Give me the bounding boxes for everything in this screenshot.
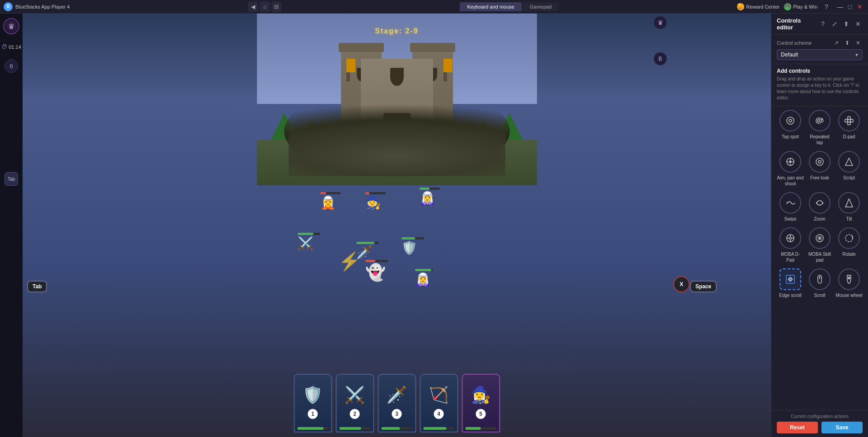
ce-import-button[interactable]: ⬆: [842, 19, 851, 28]
enemy-3: 🧝‍♀️: [420, 188, 440, 206]
free-look-icon-wrapper: [809, 151, 831, 173]
tap-spot-icon-wrapper: [779, 110, 801, 132]
reset-button[interactable]: Reset: [777, 422, 818, 433]
control-tilt[interactable]: Tilt: [835, 192, 863, 222]
controls-grid: Tap spot Repeated tap: [771, 106, 868, 410]
attack-effect: ⚡: [338, 251, 361, 272]
reward-center-button[interactable]: 🏆 Reward Center: [737, 3, 779, 10]
tab-keyboard-mouse[interactable]: Keyboard and mouse: [460, 2, 522, 11]
scheme-upload-button[interactable]: ⬆: [843, 38, 852, 47]
edge-scroll-icon: [785, 274, 796, 285]
rotate-label: Rotate: [842, 251, 855, 257]
close-button[interactable]: ✕: [855, 2, 864, 11]
svg-point-0: [787, 117, 794, 124]
scheme-share-button[interactable]: ↗: [832, 38, 841, 47]
ce-title: Controls editor: [777, 17, 818, 31]
game-area[interactable]: Stage: 2-9 🧝 🧙 🧝‍♀️: [23, 14, 771, 437]
bookmark-button[interactable]: ⊟: [271, 2, 281, 12]
left-sidebar: ♛ ⏱ 01:14 6 Tab: [0, 14, 23, 437]
tab-key-label[interactable]: Tab: [5, 172, 18, 186]
control-zoom[interactable]: Zoom: [806, 192, 833, 222]
castle-window: [390, 68, 404, 86]
sidebar-item-1[interactable]: 6: [5, 59, 18, 73]
x-key-overlay[interactable]: X: [673, 276, 690, 292]
ce-header: Controls editor ? ⤢ ⬆ ✕: [771, 14, 868, 35]
scroll-icon: [814, 274, 825, 285]
svg-marker-17: [845, 158, 853, 165]
maximize-button[interactable]: □: [845, 2, 854, 11]
playw-icon: 🎮: [784, 3, 791, 10]
svg-point-16: [818, 160, 821, 163]
control-tap-spot[interactable]: Tap spot: [777, 110, 804, 146]
control-edge-scroll[interactable]: Edge scroll: [777, 268, 804, 298]
back-button[interactable]: ◀: [248, 2, 258, 12]
control-repeated-tap[interactable]: Repeated tap: [806, 110, 833, 146]
tower-top: [339, 43, 384, 52]
home-button[interactable]: ⌂: [260, 2, 270, 12]
help-icon[interactable]: ?: [822, 2, 831, 11]
tab-key-overlay[interactable]: Tab: [27, 281, 47, 292]
char-card-3[interactable]: 🗡️ 3: [378, 374, 416, 432]
char-card-1[interactable]: 🛡️ 1: [294, 374, 332, 432]
control-row-3: Swipe Zoom: [777, 192, 863, 222]
char-card-2[interactable]: ⚔️ 2: [336, 374, 374, 432]
svg-point-23: [789, 237, 792, 240]
ce-expand-button[interactable]: ⤢: [830, 19, 839, 28]
mouse-wheel-icon: [844, 274, 854, 285]
ce-close-button[interactable]: ✕: [854, 19, 863, 28]
battle-field: 🧝 🧙 🧝‍♀️ ⚔️: [284, 179, 510, 314]
moba-skill-icon-wrapper: [809, 227, 831, 249]
char-3-num: 3: [392, 409, 402, 419]
control-row-1: Tap spot Repeated tap: [777, 110, 863, 146]
top-bar: B BlueStacks App Player 4 ◀ ⌂ ⊟ Keyboard…: [0, 0, 868, 14]
ce-help-button[interactable]: ?: [818, 19, 827, 28]
char-card-4[interactable]: 🏹 4: [420, 374, 458, 432]
svg-marker-20: [845, 199, 853, 207]
svg-rect-6: [845, 119, 848, 122]
character-cards: 🛡️ 1 ⚔️ 2 🗡️ 3: [294, 374, 500, 437]
tab-gamepad[interactable]: Gamepad: [523, 2, 559, 11]
control-row-2: Aim, pan and shoot Free look: [777, 151, 863, 187]
control-moba-skill[interactable]: MOBA Skill pad: [806, 227, 833, 263]
ce-scheme-section: Control scheme ↗ ⬆ ✕ Default: [771, 35, 868, 64]
control-mouse-wheel[interactable]: Mouse wheel: [835, 268, 863, 298]
space-key-overlay[interactable]: Space: [690, 281, 717, 292]
moba-skill-icon: [814, 233, 825, 244]
control-scroll[interactable]: Scroll: [806, 268, 833, 298]
scheme-select[interactable]: Default: [777, 49, 863, 60]
script-icon: [844, 156, 854, 167]
enemy-2: 🧙: [365, 192, 386, 210]
play-win-button[interactable]: 🎮 Play & Win: [784, 3, 817, 10]
save-button[interactable]: Save: [821, 422, 863, 433]
minimize-button[interactable]: —: [835, 2, 845, 11]
control-moba-dpad[interactable]: MOBA D-Pad: [777, 227, 804, 263]
control-row-5: Edge scroll Scroll: [777, 268, 863, 298]
control-aim-pan-shoot[interactable]: Aim, pan and shoot: [777, 151, 804, 187]
control-rotate[interactable]: Rotate: [835, 227, 863, 263]
char-1-bar: [297, 427, 328, 430]
control-free-look[interactable]: Free look: [806, 151, 833, 187]
d-pad-icon-wrapper: [838, 110, 860, 132]
ce-header-icons: ? ⤢ ⬆ ✕: [818, 19, 863, 28]
ce-bottom: Current configuration actions Reset Save: [771, 410, 868, 437]
reward-icon: 🏆: [737, 3, 744, 10]
char-3-hp: [381, 427, 400, 430]
svg-point-1: [789, 119, 792, 122]
right-icon-2[interactable]: 6: [653, 52, 667, 66]
tower-top-r: [410, 43, 455, 52]
control-d-pad[interactable]: D-pad: [835, 110, 863, 146]
char-card-5[interactable]: 🧙‍♀️ 5: [462, 374, 500, 432]
right-icon-1[interactable]: ♛: [653, 16, 667, 29]
ce-action-buttons: Reset Save: [777, 422, 863, 433]
tilt-icon-wrapper: [838, 192, 860, 214]
d-pad-label: D-pad: [843, 134, 855, 140]
control-swipe[interactable]: Swipe: [777, 192, 804, 222]
tab-bar: Keyboard and mouse Gamepad: [460, 2, 559, 11]
scheme-delete-button[interactable]: ✕: [854, 38, 863, 47]
char-5-bar: [465, 427, 496, 430]
playw-label: Play & Win: [793, 4, 817, 9]
control-script[interactable]: Script: [835, 151, 863, 187]
ce-scheme-label: Control scheme ↗ ⬆ ✕: [777, 38, 863, 47]
rotate-icon: [844, 233, 854, 244]
moba-dpad-icon-wrapper: [779, 227, 801, 249]
